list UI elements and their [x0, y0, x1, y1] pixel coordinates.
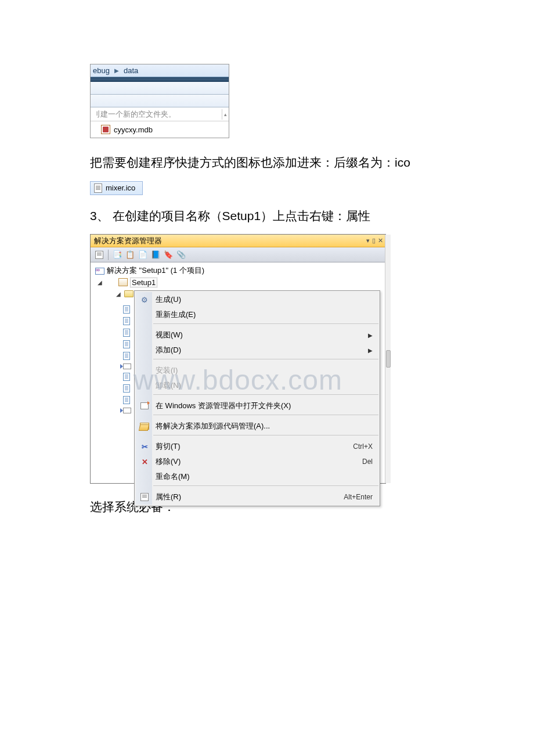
- cut-icon: ✂: [139, 441, 150, 452]
- sort-indicator-icon: ▴: [222, 109, 229, 120]
- expand-icon[interactable]: ◢: [98, 279, 103, 286]
- file-item[interactable]: cyycxy.mdb: [91, 121, 229, 138]
- menu-label: 属性(R): [156, 492, 344, 502]
- menu-label: 卸载(N): [156, 380, 373, 391]
- file-icon: [123, 340, 130, 348]
- properties-icon: [139, 492, 150, 502]
- folder-icon: [124, 290, 134, 297]
- output-icon: [123, 408, 131, 413]
- toolbar-icon[interactable]: 🔖: [163, 250, 174, 260]
- solution-explorer-panel: 解决方案资源管理器 ▾ ▯ ✕ 📑 📋 📄 📘 🔖 📎 解决方案 "Setup1…: [90, 234, 386, 484]
- pin-icon[interactable]: ▯: [372, 237, 376, 244]
- mdb-file-icon: [101, 125, 110, 134]
- toolbar-icon[interactable]: 📎: [176, 250, 186, 260]
- menu-item-install: 安装(I): [136, 363, 378, 378]
- menu-item-rebuild[interactable]: 重新生成(E): [136, 307, 378, 322]
- close-icon[interactable]: ✕: [378, 237, 383, 244]
- body-text: 把需要创建程序快捷方式的图标也添加进来：后缀名为：ico: [90, 152, 444, 173]
- project-label: Setup1: [130, 278, 157, 287]
- menu-separator: [153, 435, 378, 438]
- menu-bar-strip: [91, 77, 229, 82]
- project-icon: [118, 278, 128, 286]
- toolbar-icon[interactable]: 📑: [112, 250, 122, 260]
- menu-item-uninstall: 卸载(N): [136, 378, 378, 393]
- menu-label: 添加(D): [156, 345, 368, 355]
- menu-item-add-scc[interactable]: 将解决方案添加到源代码管理(A)...: [136, 419, 378, 434]
- shortcut-label: Alt+Enter: [344, 493, 373, 501]
- file-icon: [123, 384, 130, 393]
- folder-open-icon: [139, 421, 150, 431]
- file-icon: [123, 305, 130, 314]
- scrollbar-thumb[interactable]: [386, 350, 391, 368]
- file-icon: [123, 329, 130, 337]
- menu-label: 视图(W): [156, 330, 368, 340]
- delete-icon: ✕: [139, 456, 150, 467]
- breadcrumb-seg[interactable]: data: [124, 66, 138, 75]
- tree-file-icons: [123, 305, 131, 413]
- context-menu: ⚙ 生成(U) 重新生成(E) 视图(W) ▶ 添加(D) ▶ 安装(I) 卸载…: [134, 290, 380, 506]
- vertical-scrollbar[interactable]: [385, 235, 391, 483]
- menu-separator: [153, 394, 378, 397]
- separator: [108, 250, 109, 260]
- shortcut-label: Ctrl+X: [353, 442, 373, 451]
- menu-label: 重命名(M): [156, 471, 373, 482]
- chevron-right-icon: ▶: [114, 67, 119, 74]
- file-icon: [123, 396, 130, 404]
- menu-item-properties[interactable]: 属性(R) Alt+Enter: [136, 489, 378, 505]
- address-bar[interactable]: ebug ▶ data: [91, 64, 229, 77]
- menu-label: 在 Windows 资源管理器中打开文件夹(X): [156, 401, 373, 411]
- menu-item-cut[interactable]: ✂ 剪切(T) Ctrl+X: [136, 439, 378, 454]
- solution-icon: [95, 267, 104, 275]
- menu-item-remove[interactable]: ✕ 移除(V) Del: [136, 454, 378, 469]
- menu-label: 将解决方案添加到源代码管理(A)...: [156, 421, 373, 431]
- toolbar-icon[interactable]: 📘: [150, 250, 161, 260]
- menu-item-open-in-explorer[interactable]: 在 Windows 资源管理器中打开文件夹(X): [136, 398, 378, 413]
- solution-label: 解决方案 "Setup1" (1 个项目): [107, 265, 204, 276]
- file-tile[interactable]: mixer.ico: [90, 181, 143, 195]
- shortcut-label: Del: [362, 458, 373, 466]
- toolbar-row: [91, 82, 229, 95]
- document-icon: [94, 183, 102, 193]
- toolbar-icon[interactable]: 📄: [138, 250, 148, 260]
- menu-label: 剪切(T): [156, 441, 353, 452]
- panel-title-bar[interactable]: 解决方案资源管理器 ▾ ▯ ✕: [91, 235, 385, 247]
- expand-icon[interactable]: ◢: [116, 291, 122, 297]
- properties-icon[interactable]: [94, 250, 104, 260]
- panel-body: 解决方案 "Setup1" (1 个项目) ◢ Setup1 ◢: [91, 262, 385, 483]
- tooltip-row: 刂建一个新的空文件夹。 ▴: [91, 107, 229, 121]
- body-text: 3、 在创建的项目名称（Setup1）上点击右键：属性: [90, 206, 444, 226]
- file-name: cyycxy.mdb: [114, 125, 153, 134]
- menu-label: 重新生成(E): [156, 309, 373, 320]
- toolbar-icon[interactable]: 📋: [125, 250, 135, 260]
- menu-separator: [153, 415, 378, 417]
- menu-item-rename[interactable]: 重命名(M): [136, 469, 378, 484]
- menu-item-add[interactable]: 添加(D) ▶: [136, 343, 378, 358]
- file-icon: [123, 352, 130, 360]
- menu-separator: [153, 323, 378, 326]
- menu-label: 生成(U): [156, 294, 373, 305]
- menu-label: 移除(V): [156, 456, 362, 467]
- panel-title: 解决方案资源管理器: [94, 236, 162, 246]
- menu-separator: [153, 485, 378, 488]
- file-icon: [123, 317, 130, 325]
- explorer-fragment: ebug ▶ data 刂建一个新的空文件夹。 ▴ cyycxy.mdb: [90, 64, 229, 138]
- menu-item-view[interactable]: 视图(W) ▶: [136, 327, 378, 343]
- file-icon: [123, 373, 130, 381]
- breadcrumb-seg[interactable]: ebug: [93, 66, 110, 75]
- menu-item-build[interactable]: ⚙ 生成(U): [136, 292, 378, 307]
- menu-separator: [153, 359, 378, 362]
- submenu-arrow-icon: ▶: [368, 332, 373, 339]
- panel-toolbar: 📑 📋 📄 📘 🔖 📎: [91, 247, 385, 262]
- output-icon: [123, 363, 131, 369]
- tree-row-solution[interactable]: 解决方案 "Setup1" (1 个项目): [95, 265, 385, 276]
- open-icon: [139, 401, 150, 411]
- dropdown-icon[interactable]: ▾: [366, 237, 370, 244]
- hint-text: 刂建一个新的空文件夹。: [93, 109, 176, 120]
- menu-label: 安装(I): [156, 365, 373, 376]
- build-icon: ⚙: [139, 294, 150, 305]
- tree-row-project[interactable]: ◢ Setup1: [95, 276, 385, 288]
- toolbar-row: [91, 95, 229, 107]
- file-name: mixer.ico: [106, 183, 135, 192]
- submenu-arrow-icon: ▶: [368, 347, 373, 354]
